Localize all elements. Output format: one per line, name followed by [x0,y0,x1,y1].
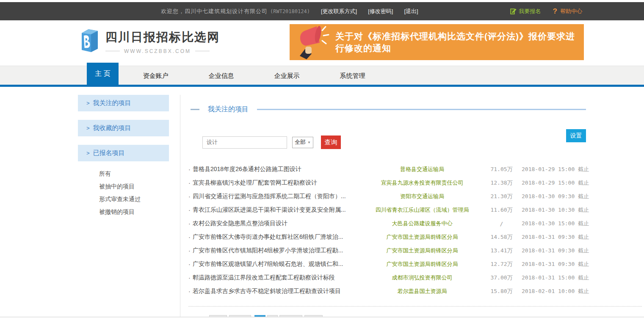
tab-company-showcase[interactable]: 企业展示 [258,66,315,85]
bullet-icon: · [188,261,193,268]
project-name-link[interactable]: 宜宾县柳嘉镇污水处理厂配套管网工程勘察设计 [193,179,359,187]
site-name: 四川日报招标比选网 [105,29,220,45]
sidebar-subitem-all[interactable]: 所有 [99,167,169,180]
project-deadline: 2018-01-29 15:00 截止 [522,179,586,187]
project-row: · 郫温路德源至温江界段改造工程配套工程勘察设计标段 成都市润弘投资有限公司 3… [188,271,586,285]
header: 四川日报招标比选网 WWW.SCZBBX.COM 关 [0,20,644,66]
project-row: · 青衣江乐山灌区跃进渠总干渠和干渠设计变更及安全附属... 四川省青衣江乐山灌… [188,203,586,217]
sidebar-subitem-review-failed[interactable]: 形式审查未通过 [99,193,169,205]
sidebar-subitem-revoked[interactable]: 被撤销的项目 [99,205,169,218]
welcome-text: 欢迎您，四川中七建筑规划设计有限公司 [161,8,268,15]
project-amount: 71.05万 [486,166,517,173]
title-dash-decor [191,109,199,110]
sidebar-item-registered-projects[interactable]: > 已报名项目 [78,145,169,161]
project-deadline: 2018-01-31 09:30 截止 [522,247,586,254]
project-amount: 13.41万 [486,247,517,254]
list-bottom-separator [188,306,642,307]
signup-pencil-icon [510,8,517,14]
project-amount: 15.80万 [486,288,517,295]
search-input[interactable] [202,136,287,149]
sidebar-item-favorite-projects[interactable]: > 我收藏的项目 [78,120,169,136]
project-org: 资阳市交通运输局 [359,193,486,200]
project-org: 大邑县公路建设服务中心 [359,220,486,227]
project-row: · 广安市前锋区大佛寺街道办事处红辉社区6组铁厂滑坡治... 广安市国土资源局前… [188,230,586,244]
topbar: 欢迎您，四川中七建筑规划设计有限公司 (RWT20180124) [更改联系方式… [0,2,644,20]
project-row: · 若尔盖县求吉乡求吉寺不稳定斜坡治理工程勘查设计项目 若尔盖县国土资源局 15… [188,285,586,298]
chevron-down-icon: ▼ [307,141,311,144]
project-row: · 广安市前锋区代市镇旭阳村4组梭罗小学滑坡治理工程勘... 广安市国土资源局前… [188,244,586,257]
account-id: (RWT20180124) [270,8,310,14]
project-org: 普格县交通运输局 [359,166,486,173]
project-name-link[interactable]: 青衣江乐山灌区跃进渠总干渠和干渠设计变更及安全附属... [193,206,359,214]
project-name-link[interactable]: 若尔盖县求吉乡求吉寺不稳定斜坡治理工程勘查设计项目 [193,288,359,295]
question-mark-icon: ? [553,7,557,16]
project-row: · 宜宾县柳嘉镇污水处理厂配套管网工程勘察设计 宜宾县九源水务投资有限责任公司 … [188,176,586,190]
banner-text: 关于对《标准招标代理机构比选文件(评分法)》报价要求进行修改的通知 [335,30,584,54]
category-select-value: 全部 [295,138,306,146]
bullet-icon: · [188,207,193,213]
project-amount: 12.38万 [486,179,517,187]
project-row: · 广安市前锋区观塘镇望八村7组蛤蟆石危岩、观塘镇仁和... 广安市国土资源局前… [188,257,586,271]
project-deadline: 2018-01-30 09:30 截止 [522,193,586,200]
sidebar-divider [180,95,180,317]
project-row: · 农村公路安全隐患黑点整治项目设计 大邑县公路建设服务中心 / 2018-01… [188,217,586,230]
project-org: 广安市国土资源局前锋区分局 [359,260,486,268]
site-url: WWW.SCZBBX.COM [124,48,191,54]
project-org: 四川省青衣江乐山灌区（流域）管理局 [359,206,486,214]
help-center-link[interactable]: 帮助中心 [560,8,582,15]
decor-dash-right [195,51,210,51]
project-deadline: 2018-02-01 10:00 截止 [522,288,586,295]
page: 欢迎您，四川中七建筑规划设计有限公司 (RWT20180124) [更改联系方式… [0,0,644,318]
change-password-link[interactable]: [修改密码] [368,8,393,15]
section-header: 我关注的项目 [191,105,586,114]
project-org: 若尔盖县国土资源局 [359,288,486,295]
sidebar-item-label: 我关注的项目 [93,99,131,107]
bullet-icon: · [188,288,193,295]
tab-system-admin[interactable]: 系统管理 [324,66,381,85]
bullet-icon: · [188,180,193,186]
search-bar: 全部 ▼ 查询 [202,135,341,149]
nav-underline [0,85,644,87]
project-row: · 普格县2018年度26条通村公路施工图设计 普格县交通运输局 71.05万 … [188,163,586,176]
signup-link[interactable]: 我要报名 [519,8,541,15]
project-row: · 四川省交通运行监测与应急指挥系统二期工程（资阳市）... 资阳市交通运输局 … [188,190,586,203]
project-name-link[interactable]: 郫温路德源至温江界段改造工程配套工程勘察设计标段 [193,274,359,282]
project-amount: 21.30万 [486,193,517,200]
project-amount: 11.60万 [486,206,517,214]
project-amount: 37.00万 [486,274,517,282]
project-amount: 12.72万 [486,260,517,268]
settings-button[interactable]: 设置 [566,129,586,142]
project-list: · 普格县2018年度26条通村公路施工图设计 普格县交通运输局 71.05万 … [188,163,586,298]
logo-icon [78,28,100,55]
change-contact-link[interactable]: [更改联系方式] [321,8,357,15]
category-select[interactable]: 全部 ▼ [292,137,313,148]
project-name-link[interactable]: 广安市前锋区代市镇旭阳村4组梭罗小学滑坡治理工程勘... [193,247,359,254]
query-button[interactable]: 查询 [321,135,341,149]
project-deadline: 2018-01-30 10:30 截止 [522,206,586,214]
page-title: 我关注的项目 [208,105,249,114]
project-name-link[interactable]: 广安市前锋区观塘镇望八村7组蛤蟆石危岩、观塘镇仁和... [193,260,359,268]
project-org: 宜宾县九源水务投资有限责任公司 [359,179,486,187]
notice-banner[interactable]: 关于对《标准招标代理机构比选文件(评分法)》报价要求进行修改的通知 [290,24,584,60]
project-name-link[interactable]: 广安市前锋区大佛寺街道办事处红辉社区6组铁厂滑坡治... [193,233,359,241]
sidebar-item-followed-projects[interactable]: > 我关注的项目 [78,95,169,111]
project-org: 广安市国土资源局前锋区分局 [359,247,486,254]
site-logo[interactable]: 四川日报招标比选网 WWW.SCZBBX.COM [78,28,220,55]
project-amount: / [486,221,517,227]
tab-company-info[interactable]: 企业信息 [193,66,250,85]
bullet-icon: · [188,220,193,227]
logout-link[interactable]: [退出] [404,8,418,15]
project-deadline: 2018-01-30 15:00 截止 [522,220,586,227]
title-rule-decor [257,109,586,110]
tab-funds[interactable]: 资金账户 [127,66,184,85]
project-deadline: 2018-01-31 15:00 截止 [522,274,586,282]
project-org: 广安市国土资源局前锋区分局 [359,233,486,241]
project-name-link[interactable]: 普格县2018年度26条通村公路施工图设计 [193,166,359,173]
sidebar: > 我关注的项目 > 我收藏的项目 > 已报名项目 所有 被抽中的项目 形式审查… [78,95,169,218]
sidebar-item-label: 已报名项目 [93,149,125,157]
project-name-link[interactable]: 农村公路安全隐患黑点整治项目设计 [193,220,359,227]
sidebar-subitem-selected[interactable]: 被抽中的项目 [99,180,169,193]
project-amount: 14.58万 [486,233,517,241]
project-name-link[interactable]: 四川省交通运行监测与应急指挥系统二期工程（资阳市）... [193,193,359,200]
tab-home[interactable]: 主 页 [87,63,119,85]
